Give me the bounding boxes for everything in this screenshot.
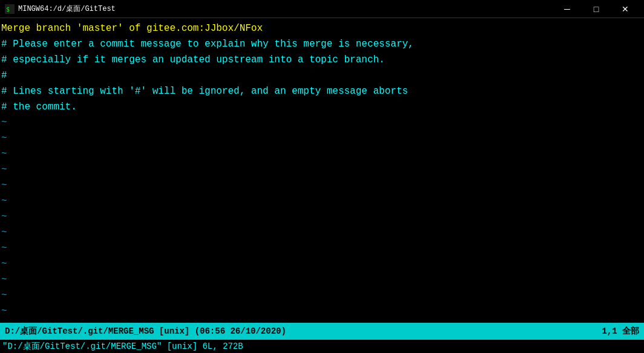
editor-area[interactable]: Merge branch 'master' of gitee.com:JJbox… (0, 18, 644, 323)
bottom-bar: "D:/桌面/GitTest/.git/MERGE_MSG" [unix] 6L… (0, 340, 644, 353)
bottom-text: "D:/桌面/GitTest/.git/MERGE_MSG" [unix] 6L… (2, 341, 243, 352)
editor-line: # Please enter a commit message to expla… (1, 36, 643, 52)
editor-line: ~ (1, 288, 643, 303)
status-left: D:/桌面/GitTest/.git/MERGE_MSG [unix] (06:… (5, 326, 286, 337)
editor-line: # Lines starting with '#' will be ignore… (1, 83, 643, 99)
svg-text:$: $ (6, 6, 10, 13)
editor-line: ~ (1, 256, 643, 272)
editor-line: ~ (1, 146, 643, 162)
maximize-button[interactable]: □ (582, 0, 610, 18)
editor-line: ~ (1, 319, 643, 323)
minimize-button[interactable]: ─ (553, 0, 581, 18)
status-bar: D:/桌面/GitTest/.git/MERGE_MSG [unix] (06:… (0, 323, 644, 340)
editor-line: ~ (1, 162, 643, 178)
editor-line: Merge branch 'master' of gitee.com:JJbox… (1, 21, 643, 36)
editor-line: ~ (1, 131, 643, 146)
window-title: MINGW64:/d/桌面/GitTest (18, 4, 116, 14)
title-bar: $ MINGW64:/d/桌面/GitTest ─ □ ✕ (0, 0, 644, 18)
editor-line: ~ (1, 225, 643, 241)
editor-line: ~ (1, 272, 643, 288)
editor-line: ~ (1, 209, 643, 225)
editor-line: # (1, 68, 643, 83)
editor-line: ~ (1, 193, 643, 209)
editor-line: ~ (1, 115, 643, 131)
main-window: $ MINGW64:/d/桌面/GitTest ─ □ ✕ Merge bran… (0, 0, 644, 353)
title-bar-left: $ MINGW64:/d/桌面/GitTest (5, 4, 116, 14)
window-controls: ─ □ ✕ (553, 0, 639, 18)
status-right: 1,1 全部 (602, 326, 639, 337)
editor-line: # especially if it merges an updated ups… (1, 52, 643, 68)
editor-line: ~ (1, 241, 643, 256)
close-button[interactable]: ✕ (611, 0, 639, 18)
editor-line: # the commit. (1, 99, 643, 115)
editor-line: ~ (1, 178, 643, 193)
terminal-icon: $ (5, 4, 15, 14)
editor-line: ~ (1, 303, 643, 319)
